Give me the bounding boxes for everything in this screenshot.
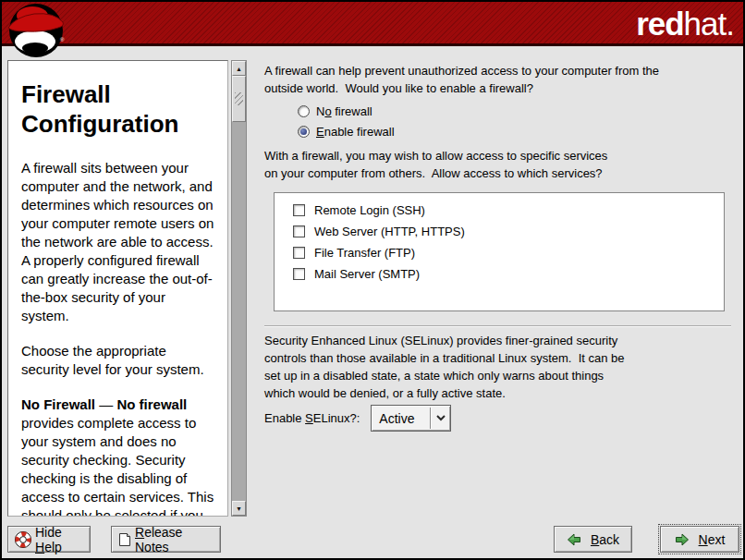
back-button[interactable]: Back	[554, 526, 632, 553]
selinux-description: Security Enhanced Linux (SELinux) provid…	[264, 332, 625, 402]
next-label: Next	[699, 532, 726, 547]
header-banner	[2, 2, 743, 46]
label-post: ext	[708, 532, 726, 547]
document-icon	[117, 532, 132, 547]
label-accel: o	[324, 104, 331, 118]
selinux-dropdown[interactable]: Active	[371, 405, 451, 432]
selinux-selected-value: Active	[372, 406, 430, 431]
checkbox-mail-server-smtp[interactable]	[293, 268, 305, 280]
help-paragraph-1: A firewall sits between your computer an…	[21, 159, 214, 325]
window-body: ® redhat. Firewall Configuration A firew…	[2, 2, 743, 558]
redhat-shadowman-logo: ®	[5, 3, 69, 58]
label-accel: S	[305, 411, 313, 425]
services-line-1: With a firewall, you may wish to allow a…	[264, 147, 607, 164]
installer-window: ® redhat. Firewall Configuration A firew…	[0, 0, 745, 560]
service-row-web[interactable]: Web Server (HTTP, HTTPS)	[293, 221, 724, 242]
horizontal-separator	[264, 325, 731, 327]
selinux-line-3: set up in a disabled state, a state whic…	[264, 367, 625, 384]
service-label[interactable]: Remote Login (SSH)	[314, 203, 425, 217]
firewall-intro-text: A firewall can help prevent unauthorized…	[264, 62, 659, 97]
firewall-radio-group: No firewall Enable firewall	[298, 101, 395, 141]
label-post: firewall	[332, 104, 372, 118]
arrow-right-icon	[675, 532, 690, 547]
back-label: Back	[591, 532, 619, 547]
selinux-control-row: Enable SELinux?: Active	[264, 405, 451, 432]
label-post: elp	[44, 540, 62, 554]
next-button[interactable]: Next	[660, 526, 739, 553]
help-paragraph-3: No Firewall — No firewall provides compl…	[21, 396, 214, 517]
checkbox-web-server[interactable]	[293, 225, 305, 237]
selinux-line-1: Security Enhanced Linux (SELinux) provid…	[264, 332, 625, 349]
label-pre: N	[316, 104, 324, 118]
arrow-up-icon: ▲	[236, 66, 242, 72]
checkbox-remote-login-ssh[interactable]	[293, 204, 305, 216]
life-preserver-icon	[14, 530, 32, 549]
label-accel: B	[591, 532, 599, 547]
arrow-down-icon: ▼	[236, 505, 242, 512]
label-pre: Hide	[35, 525, 62, 540]
label-post: nable firewall	[324, 125, 395, 139]
label-post: ack	[599, 532, 619, 547]
label-accel: N	[699, 532, 708, 547]
label-post: ELinux?:	[313, 411, 360, 425]
arrow-left-icon	[567, 532, 581, 547]
service-row-smtp[interactable]: Mail Server (SMTP)	[293, 263, 724, 285]
label-pre: Enable	[264, 411, 305, 425]
help-title: Firewall Configuration	[21, 79, 218, 139]
service-label[interactable]: File Transfer (FTP)	[314, 246, 415, 260]
registered-trademark-glyph: ®	[60, 37, 65, 43]
help-panel: Firewall Configuration A firewall sits b…	[7, 60, 228, 517]
hide-help-label: Hide Help	[35, 525, 84, 554]
radio-no-firewall[interactable]	[298, 105, 310, 117]
scroll-down-button[interactable]: ▼	[232, 501, 246, 516]
wordmark-red: red	[636, 6, 683, 42]
help-dash: —	[95, 396, 116, 412]
label-accel: E	[316, 125, 324, 139]
radio-no-firewall-label[interactable]: No firewall	[316, 104, 372, 118]
help-paragraph-2: Choose the appropriate security level fo…	[21, 342, 214, 379]
help-term-no-firewall-2: No firewall	[116, 396, 187, 412]
checkbox-file-transfer-ftp[interactable]	[293, 247, 305, 259]
intro-line-2: outside world. Would you like to enable …	[264, 79, 659, 97]
help-paragraph-3-text: provides complete access to your system …	[21, 415, 214, 517]
service-label[interactable]: Web Server (HTTP, HTTPS)	[314, 225, 465, 238]
service-row-ftp[interactable]: File Transfer (FTP)	[293, 242, 724, 263]
radio-enable-firewall[interactable]	[298, 126, 310, 138]
selinux-line-2: controls than those available in a tradi…	[264, 349, 625, 367]
scrollbar-thumb[interactable]	[232, 76, 246, 122]
services-line-2: on your computer from others. Allow acce…	[264, 164, 607, 182]
services-question-text: With a firewall, you may wish to allow a…	[264, 147, 607, 182]
label-accel: R	[135, 525, 144, 540]
scroll-up-button[interactable]: ▲	[232, 61, 246, 76]
help-scrollbar[interactable]: ▲ ▼	[231, 60, 247, 517]
service-label[interactable]: Mail Server (SMTP)	[314, 267, 420, 281]
release-notes-button[interactable]: Release Notes	[111, 526, 221, 553]
chevron-down-icon	[431, 406, 450, 431]
radio-row-no-firewall[interactable]: No firewall	[298, 101, 395, 121]
wordmark-hat: hat.	[684, 6, 734, 42]
hide-help-button[interactable]: Hide Help	[7, 526, 91, 553]
selinux-line-4: which would be denied, or a fully active…	[264, 384, 625, 402]
intro-line-1: A firewall can help prevent unauthorized…	[264, 62, 659, 79]
release-notes-label: Release Notes	[135, 525, 214, 554]
selinux-label: Enable SELinux?:	[264, 411, 360, 425]
services-list: Remote Login (SSH) Web Server (HTTP, HTT…	[274, 192, 725, 311]
service-row-ssh[interactable]: Remote Login (SSH)	[293, 200, 724, 221]
radio-row-enable-firewall[interactable]: Enable firewall	[298, 121, 395, 141]
label-accel: H	[35, 540, 44, 554]
redhat-wordmark: redhat.	[636, 6, 734, 43]
help-term-no-firewall: No Firewall	[21, 396, 95, 412]
radio-enable-firewall-label[interactable]: Enable firewall	[316, 125, 395, 139]
